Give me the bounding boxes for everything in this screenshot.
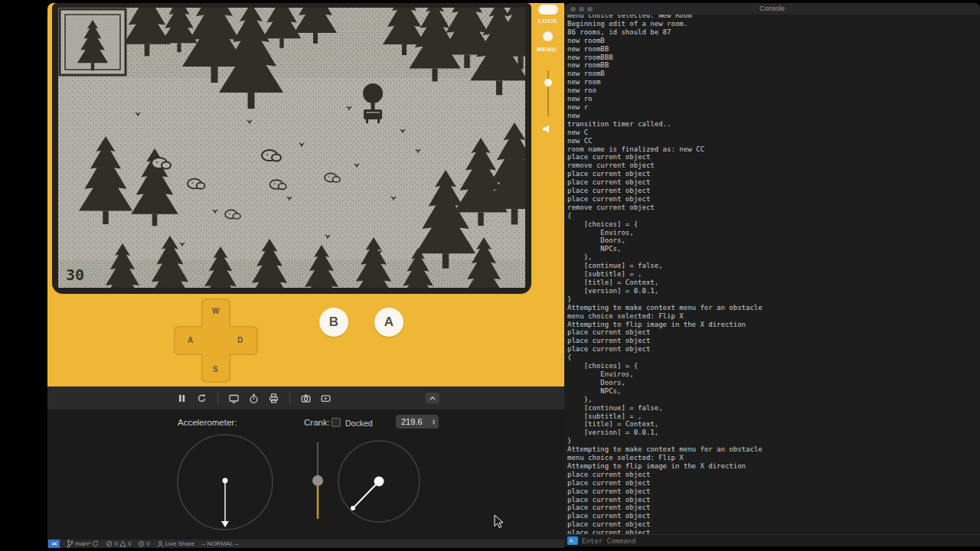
- record-button[interactable]: [319, 392, 332, 405]
- docked-label: Docked: [345, 419, 373, 428]
- playdate-simulator-window: 30 LOCK MENU W A D S B A: [47, 3, 564, 546]
- minimap-inset: [60, 9, 126, 75]
- crank-control[interactable]: [338, 441, 420, 522]
- mouse-cursor: [494, 514, 505, 530]
- console-log-text: menu choice selected: New Room Beginning…: [564, 15, 980, 534]
- pause-button[interactable]: [175, 392, 188, 405]
- restart-button[interactable]: [195, 392, 208, 405]
- simulator-toolbar: [47, 386, 564, 409]
- dpad-up-label: W: [212, 307, 219, 315]
- dpad-right-label: D: [237, 336, 243, 344]
- screenshot-button[interactable]: [299, 392, 312, 405]
- crank-label: Crank:: [304, 418, 330, 427]
- display-icon: [228, 393, 240, 404]
- toolbar-separator: [289, 393, 290, 403]
- warning-count: 0: [128, 540, 131, 547]
- sync-icon: [92, 540, 99, 547]
- display-button[interactable]: [227, 392, 240, 405]
- fps-counter: 30: [66, 266, 84, 284]
- accelerometer-label: Accelerometer:: [178, 418, 237, 427]
- stopwatch-icon: [248, 393, 260, 404]
- live-share-label: Live Share: [165, 540, 194, 547]
- vertical-slider-knob[interactable]: [312, 475, 323, 486]
- git-branch-label: main*: [75, 540, 90, 547]
- volume-slider-knob[interactable]: [544, 79, 552, 86]
- remote-indicator[interactable]: ><: [48, 540, 60, 548]
- stepper-down-icon: ▼: [432, 422, 436, 425]
- game-screen[interactable]: 30: [58, 8, 525, 288]
- console-window: Console menu choice selected: New Room B…: [564, 3, 980, 546]
- screen-bezel: 30: [52, 3, 531, 294]
- stopwatch-button[interactable]: [247, 392, 260, 405]
- git-branch-item[interactable]: main*: [67, 540, 99, 548]
- printer-icon: [268, 393, 279, 404]
- live-share-icon: [157, 540, 164, 548]
- playdate-device: 30 LOCK MENU W A D S B A: [47, 3, 564, 386]
- b-button[interactable]: B: [319, 308, 348, 337]
- accelerometer-control[interactable]: [178, 435, 273, 530]
- vim-mode-item[interactable]: -- NORMAL --: [201, 540, 239, 547]
- git-branch-icon: [67, 540, 74, 548]
- console-titlebar[interactable]: Console: [564, 3, 980, 15]
- warning-icon: [119, 540, 126, 547]
- toolbar-separator: [217, 393, 218, 403]
- crank-angle-stepper[interactable]: ▲ ▼: [432, 419, 436, 425]
- editor-status-bar: >< main* 0 0: [47, 540, 564, 548]
- io-control-panel: Accelerometer: Crank: Docked 219.6 ▲ ▼: [47, 409, 564, 541]
- console-log[interactable]: menu choice selected: New Room Beginning…: [564, 15, 980, 534]
- console-command-bar[interactable]: >_ Enter Command: [564, 534, 980, 546]
- collapse-panel-button[interactable]: [426, 393, 439, 403]
- a-button-label: A: [384, 315, 394, 330]
- record-video-icon: [320, 393, 332, 404]
- crank-angle-field[interactable]: 219.6 ▲ ▼: [396, 415, 439, 429]
- menu-label: MENU: [537, 46, 557, 53]
- console-window-title: Console: [564, 5, 980, 12]
- vertical-slider[interactable]: [312, 442, 323, 519]
- lock-label: LOCK: [538, 18, 557, 24]
- accelerometer-vector-arrow: [221, 521, 229, 527]
- pause-icon: [176, 393, 188, 404]
- crank-docked-checkbox[interactable]: [332, 418, 341, 427]
- lock-button[interactable]: [538, 5, 558, 15]
- volume-slider-track-lower: [547, 87, 549, 116]
- dpad[interactable]: W A D S: [173, 298, 259, 383]
- chevron-up-icon: [428, 395, 437, 402]
- vim-mode-label: -- NORMAL --: [201, 540, 239, 547]
- crank-pivot-knob[interactable]: [374, 477, 384, 487]
- status-counter-item[interactable]: 0: [138, 540, 149, 547]
- dpad-left-label: A: [188, 336, 193, 344]
- status-counter-icon: [138, 540, 145, 547]
- live-share-item[interactable]: Live Share: [157, 540, 194, 548]
- dpad-down-label: S: [213, 365, 218, 373]
- camera-icon: [300, 393, 312, 404]
- b-button-label: B: [329, 315, 338, 330]
- error-count: 0: [114, 540, 117, 547]
- crank-angle-value: 219.6: [401, 417, 432, 426]
- command-prompt-icon: >_: [567, 536, 578, 545]
- status-counter-value: 0: [146, 540, 149, 547]
- error-icon: [106, 540, 113, 547]
- problems-item[interactable]: 0 0: [106, 540, 131, 547]
- accelerometer-center-dot: [223, 478, 228, 484]
- printer-button[interactable]: [267, 392, 280, 405]
- game-scene: 30: [58, 8, 525, 288]
- a-button[interactable]: A: [374, 308, 403, 337]
- speaker-icon: [542, 124, 552, 134]
- restart-icon: [196, 393, 207, 404]
- crank-handle-tip: [351, 506, 355, 510]
- command-input[interactable]: Enter Command: [582, 537, 635, 545]
- menu-button[interactable]: [543, 31, 553, 41]
